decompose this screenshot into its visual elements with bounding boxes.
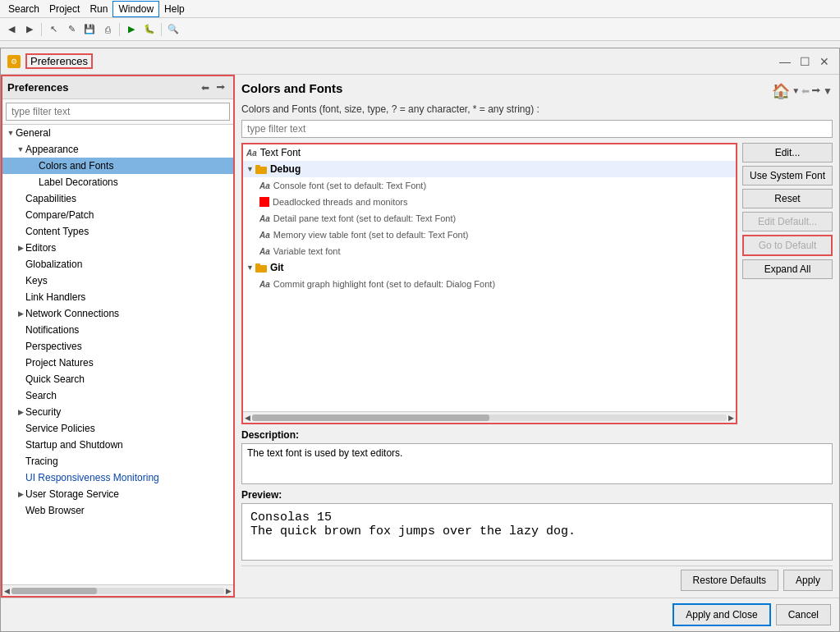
tb-back[interactable]: ◀	[3, 21, 20, 38]
tb-sep-2	[119, 23, 120, 36]
menu-bar: Search Project Run Window Help	[0, 0, 840, 18]
menu-search[interactable]: Search	[3, 2, 44, 16]
tb-debug[interactable]: 🐛	[141, 21, 158, 38]
menu-window[interactable]: Window	[112, 1, 159, 17]
tb-edit[interactable]: ✎	[63, 21, 80, 38]
tb-cursor[interactable]: ↖	[45, 21, 62, 38]
menu-run[interactable]: Run	[85, 2, 112, 16]
tb-run[interactable]: ▶	[123, 21, 140, 38]
tb-save[interactable]: 💾	[81, 21, 98, 38]
tb-sep-1	[41, 23, 42, 36]
tb-sep-3	[161, 23, 162, 36]
tb-print[interactable]: ⎙	[99, 21, 116, 38]
toolbar: ◀ ▶ ↖ ✎ 💾 ⎙ ▶ 🐛 🔍	[0, 18, 840, 41]
menu-help[interactable]: Help	[159, 2, 190, 16]
tb-forward[interactable]: ▶	[21, 21, 38, 38]
menu-project[interactable]: Project	[44, 2, 85, 16]
tb-search[interactable]: 🔍	[165, 21, 181, 38]
